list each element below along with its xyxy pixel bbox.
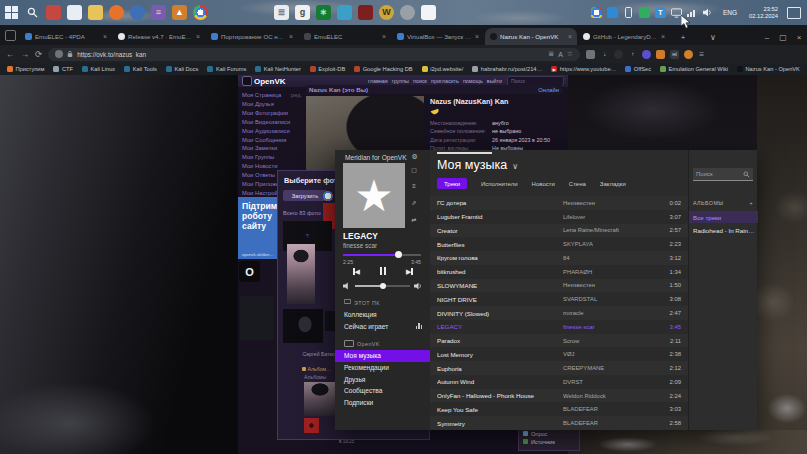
track-row-4[interactable]: ButterfliesSKYPLAYA2:23 [430,237,688,251]
track-row-6[interactable]: bitkrushedPHARAØH1:34 [430,265,688,279]
wow-icon[interactable]: W [379,5,394,20]
track-row-11[interactable]: ParadoxScrow2:11 [430,334,688,348]
attach-item-2[interactable]: Источник [523,439,579,445]
nav-link-4[interactable]: пригласить [431,78,459,84]
meridian-item-Коллекция[interactable]: Коллекция [335,309,430,321]
repeat-icon[interactable]: ⇄ [409,216,419,223]
seek-slider[interactable] [343,254,421,256]
attach-item-1[interactable]: Опрос [523,431,579,437]
download-ext-icon[interactable]: ↓ [600,50,609,59]
window-close-button[interactable]: × [791,33,807,42]
tab-search-chevron[interactable]: ∨ [705,33,721,42]
track-row-7[interactable]: SLOWYMANEНеизвестен1:50 [430,279,688,293]
chrome-icon[interactable] [193,5,208,20]
nav-link-2[interactable]: группы [392,78,409,84]
forward-button[interactable]: → [21,49,30,59]
tab-7[interactable]: GitHub - LegendaryDevMeridia…× [578,28,670,45]
site-icon[interactable] [55,50,63,58]
firefox-icon[interactable] [109,5,124,20]
nav-link-6[interactable]: выйти [487,78,502,84]
track-row-17[interactable]: SymmetryBLADEFEAR2:58 [430,416,688,430]
volume-thumb[interactable] [380,283,387,290]
album-owner-name[interactable]: Сергей Батков [302,351,338,357]
photo-thumbnail-portrait[interactable] [287,244,315,304]
browser-menu-icon[interactable]: ≡ [699,49,704,59]
bookmark-10[interactable]: i2pd.website/ [422,66,464,72]
bookmark-9[interactable]: Google Hacking DB [354,66,412,72]
track-row-1[interactable]: ГС дотераНеизвестен0:02 [430,196,688,210]
tab-2[interactable]: Release v4.7 · EmuELEC/EmuEL…× [113,28,205,45]
pin-window-icon[interactable]: ▢ [409,166,419,173]
now-playing-artist[interactable]: finesse scar [343,242,377,249]
clock[interactable]: 23:52 02.12.2024 [746,6,781,19]
razer-icon[interactable]: ∗ [316,5,331,20]
reader-mode-icon[interactable]: ≣ [548,50,554,58]
antivirus-icon[interactable] [639,7,650,18]
gimp-icon[interactable]: g [295,5,310,20]
queue-icon[interactable]: ≡ [409,183,419,189]
track-row-14[interactable]: Autumn WindDVRST2:09 [430,375,688,389]
track-row-15[interactable]: OnlyFan - Hallowed - Phonk HouseWeldon R… [430,389,688,403]
tab-6[interactable]: Nazus Kan - OpenVK× [485,28,577,45]
tab-1[interactable]: EmuELEC - 4PDA× [20,28,112,45]
translate-icon[interactable]: A [558,51,563,58]
track-row-2[interactable]: Luguber FramtidLifelover3:07 [430,210,688,224]
section-heading[interactable]: Моя музыка∨ [437,158,518,172]
meridian-tab-Исполнители[interactable]: Исполнители [481,181,518,187]
tab-5[interactable]: VirtualBox — Запуск Android…× [392,28,484,45]
bookmark-11[interactable]: habrahabr.ru/post/214… [472,66,542,72]
tab-close-icon[interactable]: × [382,33,386,40]
document-icon[interactable] [421,5,436,20]
media-app-icon[interactable] [46,5,61,20]
start-icon[interactable] [4,5,19,20]
volume-slider[interactable] [355,285,410,287]
tab-close-icon[interactable]: × [568,33,572,40]
notifications-icon[interactable] [787,7,801,19]
tor-browser-icon[interactable] [130,5,145,20]
file-explorer-icon[interactable] [88,5,103,20]
meridian-tab-Треки[interactable]: Треки [437,178,467,189]
nav-link-1[interactable]: главная [368,78,388,84]
meridian-item-Подписки[interactable]: Подписки [335,397,430,409]
photo-thumbnail-portrait-2[interactable] [304,382,336,416]
notepad-icon[interactable]: ≣ [274,5,289,20]
meridian-tab-Закладки[interactable]: Закладки [600,181,626,187]
sidebar-item-2[interactable]: Мои Друзья [242,100,304,109]
meridian-search-input[interactable]: Поиск [693,168,753,181]
openvk-logo[interactable]: OpenVK [242,76,286,86]
nav-link-3[interactable]: поиск [413,78,427,84]
track-row-13[interactable]: EuphoriaCREEPYMANE2:12 [430,361,688,375]
profile-header-link[interactable]: Nazus Kan (это Вы) [309,86,368,93]
new-tab-button[interactable]: + [675,33,691,42]
chrome-tray-icon[interactable] [591,7,602,18]
bookmark-1[interactable]: Приступим [7,66,44,72]
photo-thumbnail-red-2[interactable] [304,418,319,433]
vlc-icon[interactable]: ▲ [172,5,187,20]
hi-ext-icon[interactable]: ні [670,50,679,59]
track-row-10[interactable]: LEGACYfinesse scar3:45 [430,320,688,334]
meridian-tab-Стена[interactable]: Стена [569,181,586,187]
tab-4[interactable]: EmuELEC× [299,28,391,45]
meridian-item-Сообщества[interactable]: Сообщества [335,385,430,397]
bookmark-6[interactable]: Kali Forums [207,66,246,72]
tab-panel-icon[interactable] [5,30,16,41]
sidebar-item-5[interactable]: Мои Аудиозаписи [242,127,304,136]
track-row-8[interactable]: NIGHT DRIVESVARDSTAL3:08 [430,292,688,306]
window-maximize-button[interactable]: ▢ [775,33,791,42]
previous-button[interactable]: ◀ [353,268,360,276]
meridian-item-Сейчас играет[interactable]: Сейчас играет [335,321,430,333]
next-button[interactable]: ▶ [406,268,413,276]
profile-avatar-icon[interactable] [684,50,693,59]
back-button[interactable]: ← [6,49,15,59]
tab-3[interactable]: Портирование ОС на Aarch64× [206,28,298,45]
online-status-link[interactable]: Онлайн [538,87,559,93]
tab-close-icon[interactable]: × [289,33,293,40]
album-item[interactable]: Radiohead - In Rainbow… [693,227,755,234]
meridian-item-Рекомендации[interactable]: Рекомендации [335,362,430,374]
track-row-3[interactable]: CreatorLena Raine/Minecraft2:57 [430,224,688,238]
bookmark-5[interactable]: Kali Docs [166,66,199,72]
openvk-logo-tile[interactable]: O [239,261,260,282]
sidebar-item-4[interactable]: Мои Видеозаписи [242,118,304,127]
reload-button[interactable]: ⟳ [35,49,42,59]
bookmark-star-icon[interactable]: ☆ [567,50,573,58]
